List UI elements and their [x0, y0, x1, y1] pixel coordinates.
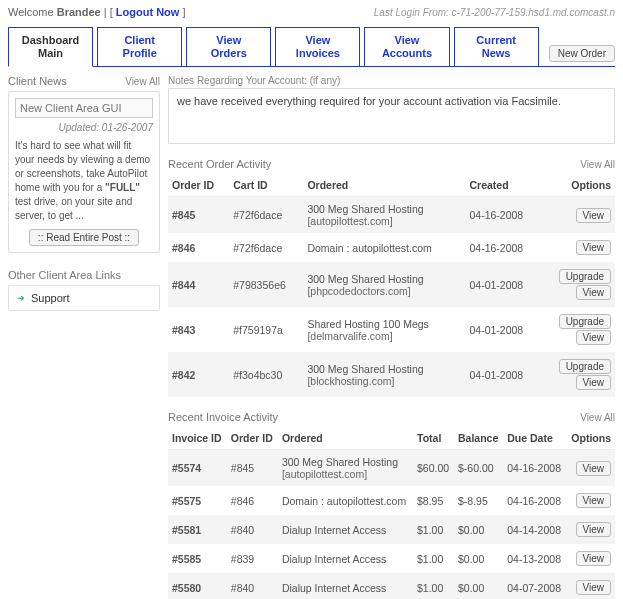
order-id: #844 [168, 262, 229, 307]
total: $1.00 [413, 573, 454, 599]
ordered: 300 Meg Shared Hosting[blockhosting.com] [303, 352, 465, 397]
ordered: 300 Meg Shared Hosting[autopilottest.com… [278, 450, 413, 487]
table-row: #5581#840Dialup Internet Access$1.00$0.0… [168, 515, 615, 544]
col-options: Options [541, 174, 615, 197]
due-date: 04-07-2008 [503, 573, 566, 599]
order-id: #845 [227, 450, 278, 487]
table-row: #5575#846Domain : autopilottest.com$8.95… [168, 486, 615, 515]
view-button[interactable]: View [576, 493, 612, 508]
due-date: 04-14-2008 [503, 515, 566, 544]
tab-row: DashboardMainClientProfileViewOrdersView… [8, 26, 615, 67]
due-date: 04-16-2008 [503, 486, 566, 515]
news-title-input[interactable] [15, 98, 153, 118]
other-links-list: ➔ Support [8, 285, 160, 311]
view-button[interactable]: View [576, 240, 612, 255]
view-button[interactable]: View [576, 580, 612, 595]
view-button[interactable]: View [576, 551, 612, 566]
col-total: Total [413, 427, 454, 450]
recent-orders-viewall[interactable]: View All [580, 159, 615, 170]
client-news-head: Client News [8, 75, 67, 87]
table-row: #844#798356e6300 Meg Shared Hosting[phpc… [168, 262, 615, 307]
cart-id: #72f6dace [229, 197, 303, 234]
col-invoice-id: Invoice ID [168, 427, 227, 450]
created: 04-16-2008 [465, 197, 541, 234]
tab-invoices[interactable]: ViewInvoices [275, 27, 360, 66]
order-id: #843 [168, 307, 229, 352]
col-inv-ordered: Ordered [278, 427, 413, 450]
created: 04-01-2008 [465, 307, 541, 352]
cart-id: #f759197a [229, 307, 303, 352]
tab-accounts[interactable]: ViewAccounts [364, 27, 449, 66]
news-body: It's hard to see what will fit your need… [15, 139, 153, 223]
order-id: #840 [227, 573, 278, 599]
account-notes-body: we have received everything required for… [168, 88, 615, 144]
upgrade-button[interactable]: Upgrade [559, 314, 611, 329]
col-order-id: Order ID [168, 174, 229, 197]
view-button[interactable]: View [576, 208, 612, 223]
order-id: #840 [227, 515, 278, 544]
recent-invoices-head: Recent Invoice Activity [168, 411, 278, 423]
table-row: #846#72f6daceDomain : autopilottest.com0… [168, 233, 615, 262]
col-inv-options: Options [566, 427, 615, 450]
created: 04-16-2008 [465, 233, 541, 262]
balance: $0.00 [454, 573, 503, 599]
balance: $-8.95 [454, 486, 503, 515]
link-support[interactable]: ➔ Support [9, 286, 159, 310]
invoice-id: #5581 [168, 515, 227, 544]
tab-main[interactable]: DashboardMain [8, 27, 93, 67]
order-id: #846 [168, 233, 229, 262]
cart-id: #72f6dace [229, 233, 303, 262]
other-links-head: Other Client Area Links [8, 269, 121, 281]
due-date: 04-16-2008 [503, 450, 566, 487]
tab-news[interactable]: CurrentNews [454, 27, 539, 66]
view-button[interactable]: View [576, 461, 612, 476]
upgrade-button[interactable]: Upgrade [559, 359, 611, 374]
table-row: #843#f759197aShared Hosting 100 Megs[del… [168, 307, 615, 352]
ordered: Domain : autopilottest.com [278, 486, 413, 515]
table-row: #5585#839Dialup Internet Access$1.00$0.0… [168, 544, 615, 573]
view-button[interactable]: View [576, 375, 612, 390]
table-row: #5574#845300 Meg Shared Hosting[autopilo… [168, 450, 615, 487]
ordered: Dialup Internet Access [278, 544, 413, 573]
order-id: #845 [168, 197, 229, 234]
welcome-text: Welcome Brandee | [ Logout Now ] [8, 6, 186, 18]
recent-orders-head: Recent Order Activity [168, 158, 271, 170]
due-date: 04-13-2008 [503, 544, 566, 573]
ordered: 300 Meg Shared Hosting[autopilottest.com… [303, 197, 465, 234]
new-order-button[interactable]: New Order [549, 45, 615, 62]
balance: $0.00 [454, 515, 503, 544]
total: $1.00 [413, 515, 454, 544]
view-button[interactable]: View [576, 330, 612, 345]
order-id: #846 [227, 486, 278, 515]
read-entire-post-button[interactable]: :: Read Entire Post :: [29, 229, 139, 246]
tab-profile[interactable]: ClientProfile [97, 27, 182, 66]
invoices-table: Invoice ID Order ID Ordered Total Balanc… [168, 427, 615, 599]
view-button[interactable]: View [576, 522, 612, 537]
logout-link[interactable]: Logout Now [116, 6, 180, 18]
orders-table: Order ID Cart ID Ordered Created Options… [168, 174, 615, 397]
recent-invoices-viewall[interactable]: View All [580, 412, 615, 423]
total: $8.95 [413, 486, 454, 515]
total: $1.00 [413, 544, 454, 573]
arrow-right-icon: ➔ [17, 293, 25, 303]
col-due: Due Date [503, 427, 566, 450]
view-button[interactable]: View [576, 285, 612, 300]
cart-id: #f3o4bc30 [229, 352, 303, 397]
col-created: Created [465, 174, 541, 197]
ordered: Domain : autopilottest.com [303, 233, 465, 262]
ordered: Shared Hosting 100 Megs[delmarvalife.com… [303, 307, 465, 352]
created: 04-01-2008 [465, 352, 541, 397]
upgrade-button[interactable]: Upgrade [559, 269, 611, 284]
table-row: #5580#840Dialup Internet Access$1.00$0.0… [168, 573, 615, 599]
client-news-viewall[interactable]: View All [125, 76, 160, 87]
invoice-id: #5585 [168, 544, 227, 573]
balance: $0.00 [454, 544, 503, 573]
account-notes-head: Notes Regarding Your Account: (if any) [168, 75, 615, 86]
ordered: Dialup Internet Access [278, 515, 413, 544]
order-id: #842 [168, 352, 229, 397]
table-row: #845#72f6dace300 Meg Shared Hosting[auto… [168, 197, 615, 234]
total: $60.00 [413, 450, 454, 487]
order-id: #839 [227, 544, 278, 573]
col-ordered: Ordered [303, 174, 465, 197]
tab-orders[interactable]: ViewOrders [186, 27, 271, 66]
